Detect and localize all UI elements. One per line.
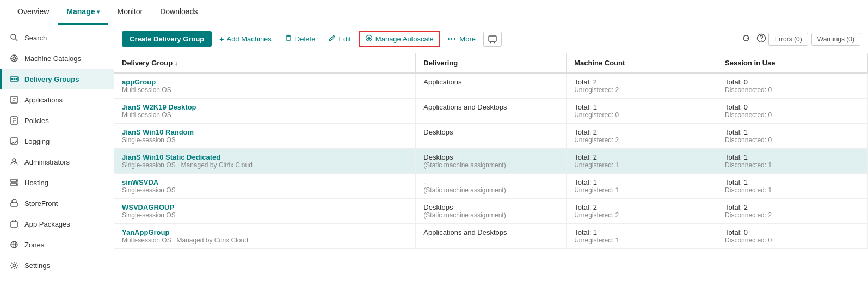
errors-button[interactable]: Errors (0)	[768, 33, 808, 46]
search-icon	[9, 33, 19, 42]
sidebar-label-settings: Settings	[24, 262, 50, 270]
app-packages-icon	[9, 219, 19, 229]
create-delivery-group-button[interactable]: Create Delivery Group	[122, 31, 212, 47]
top-nav: Overview Manage ▾ Monitor Downloads	[0, 0, 868, 25]
add-machines-button[interactable]: + Add Machines	[214, 32, 277, 47]
storefront-icon	[9, 198, 19, 208]
warnings-button[interactable]: Warnings (0)	[811, 33, 860, 46]
cell-delivering: -(Static machine assignment)	[416, 174, 567, 199]
sidebar-item-logging[interactable]: Logging	[0, 131, 114, 151]
chevron-down-icon: ▾	[97, 9, 100, 15]
cell-session-in-use: Total: 0Disconnected: 0	[717, 73, 868, 99]
sidebar-item-app-packages[interactable]: App Packages	[0, 214, 114, 234]
sidebar-label-search: Search	[24, 34, 47, 42]
sidebar-label-storefront: StoreFront	[24, 199, 58, 208]
svg-point-0	[11, 34, 16, 39]
cell-delivery-group: appGroupMulti-session OS	[114, 73, 416, 99]
svg-point-3	[13, 57, 16, 60]
sidebar-item-hosting[interactable]: Hosting	[0, 172, 114, 193]
cell-delivery-group: WSVDAGROUPSingle-session OS	[114, 199, 416, 224]
sidebar-item-delivery-groups[interactable]: Delivery Groups	[0, 69, 114, 89]
more-button[interactable]: ••• More	[442, 32, 481, 46]
main-layout: Search Machine Catalogs Delivery Groups …	[0, 25, 868, 304]
cell-delivering: Applications and Desktops	[416, 99, 567, 124]
cell-machine-count: Total: 1Unregistered: 1	[567, 224, 717, 249]
nav-downloads[interactable]: Downloads	[151, 0, 206, 25]
message-icon-button[interactable]	[483, 32, 502, 47]
cell-delivery-group: JianS Win10 Static DedicatedSingle-sessi…	[114, 149, 416, 174]
svg-point-10	[14, 78, 15, 80]
delivery-groups-icon	[9, 74, 19, 84]
table-row[interactable]: JianS Win10 Static DedicatedSingle-sessi…	[114, 149, 868, 174]
sidebar-label-zones: Zones	[24, 241, 44, 249]
nav-overview[interactable]: Overview	[9, 0, 58, 25]
cell-delivery-group: YanAppGroupMulti-session OS | Managed by…	[114, 224, 416, 249]
cell-delivery-group: sinWSVDASingle-session OS	[114, 174, 416, 199]
sidebar-label-hosting: Hosting	[24, 179, 48, 187]
sidebar-item-search[interactable]: Search	[0, 27, 114, 48]
hosting-icon	[9, 178, 19, 187]
table-row[interactable]: YanAppGroupMulti-session OS | Managed by…	[114, 224, 868, 249]
svg-point-24	[16, 180, 17, 181]
cell-delivering: Applications and Desktops	[416, 224, 567, 249]
sidebar-label-logging: Logging	[24, 137, 50, 145]
edit-button[interactable]: Edit	[323, 31, 356, 47]
zones-icon	[9, 240, 19, 250]
sidebar-item-machine-catalogs[interactable]: Machine Catalogs	[0, 48, 114, 69]
sidebar-item-storefront[interactable]: StoreFront	[0, 193, 114, 214]
sidebar-item-settings[interactable]: Settings	[0, 255, 114, 276]
trash-icon	[285, 34, 292, 44]
plus-icon: +	[219, 35, 224, 44]
top-right-icons	[741, 33, 766, 45]
sidebar-label-delivery-groups: Delivery Groups	[24, 75, 79, 83]
cell-session-in-use: Total: 1Disconnected: 1	[717, 174, 868, 199]
col-delivering[interactable]: Delivering	[416, 53, 567, 73]
sidebar-item-zones[interactable]: Zones	[0, 234, 114, 255]
svg-rect-32	[287, 36, 290, 41]
cell-session-in-use: Total: 2Disconnected: 2	[717, 199, 868, 224]
table-row[interactable]: appGroupMulti-session OSApplicationsTota…	[114, 73, 868, 99]
sidebar-label-machine-catalogs: Machine Catalogs	[24, 54, 81, 63]
nav-manage[interactable]: Manage ▾	[58, 0, 108, 25]
table-row[interactable]: WSVDAGROUPSingle-session OSDesktops(Stat…	[114, 199, 868, 224]
svg-point-11	[16, 78, 17, 80]
delivery-groups-table: Delivery Group ↓ Delivering Machine Coun…	[114, 53, 868, 249]
table-row[interactable]: JianS Win10 RandomSingle-session OSDeskt…	[114, 124, 868, 149]
table-row[interactable]: JianS W2K19 DesktopMulti-session OSAppli…	[114, 99, 868, 124]
nav-monitor[interactable]: Monitor	[108, 0, 151, 25]
policies-icon	[9, 115, 19, 125]
cell-delivering: Desktops	[416, 124, 567, 149]
sidebar-item-administrators[interactable]: Administrators	[0, 151, 114, 172]
refresh-button[interactable]	[741, 33, 751, 45]
svg-point-9	[11, 78, 13, 80]
cell-machine-count: Total: 1Unregistered: 0	[567, 99, 717, 124]
administrators-icon	[9, 157, 19, 167]
svg-point-31	[13, 264, 16, 267]
sidebar-label-applications: Applications	[24, 96, 63, 104]
svg-rect-27	[11, 222, 17, 227]
error-warning-buttons: Errors (0) Warnings (0)	[768, 33, 860, 46]
svg-line-1	[16, 39, 18, 41]
cell-machine-count: Total: 2Unregistered: 2	[567, 73, 717, 99]
help-button[interactable]	[756, 33, 766, 45]
more-dots-icon: •••	[448, 36, 457, 42]
svg-point-39	[761, 40, 762, 41]
sidebar: Search Machine Catalogs Delivery Groups …	[0, 25, 114, 304]
machine-catalogs-icon	[9, 53, 19, 63]
applications-icon	[9, 95, 19, 105]
cell-delivering: Applications	[416, 73, 567, 99]
col-delivery-group[interactable]: Delivery Group ↓	[114, 53, 416, 73]
delete-button[interactable]: Delete	[279, 31, 321, 47]
sidebar-item-policies[interactable]: Policies	[0, 110, 114, 131]
cell-machine-count: Total: 2Unregistered: 2	[567, 124, 717, 149]
table-row[interactable]: sinWSVDASingle-session OS-(Static machin…	[114, 174, 868, 199]
col-session-in-use[interactable]: Session in Use	[717, 53, 868, 73]
cell-delivering: Desktops(Static machine assignment)	[416, 199, 567, 224]
sidebar-item-applications[interactable]: Applications	[0, 89, 114, 110]
cell-machine-count: Total: 2Unregistered: 1	[567, 149, 717, 174]
cell-delivery-group: JianS W2K19 DesktopMulti-session OS	[114, 99, 416, 124]
settings-icon	[9, 260, 19, 270]
col-machine-count[interactable]: Machine Count	[567, 53, 717, 73]
edit-icon	[328, 34, 336, 44]
manage-autoscale-button[interactable]: Manage Autoscale	[359, 31, 440, 47]
